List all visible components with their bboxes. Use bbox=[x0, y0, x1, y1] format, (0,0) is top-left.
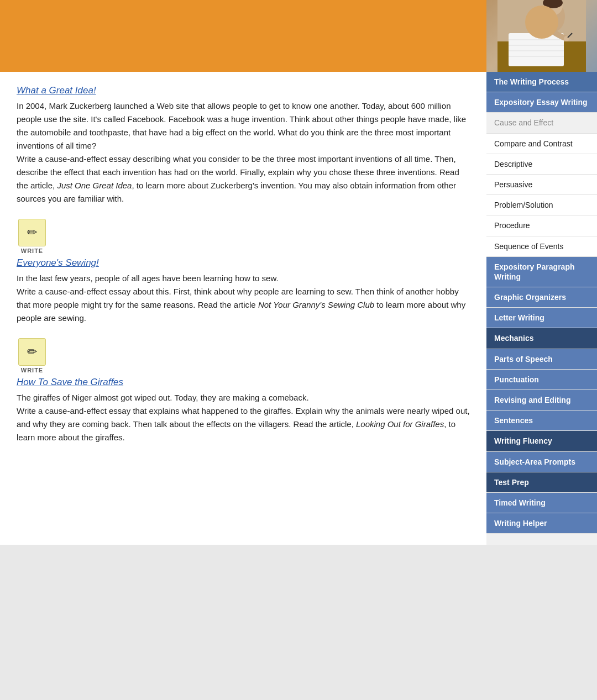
sidebar-item-test-prep[interactable]: Test Prep bbox=[486, 472, 597, 493]
sidebar-item-descriptive[interactable]: Descriptive bbox=[486, 154, 597, 175]
sidebar: The Writing ProcessExpository Essay Writ… bbox=[486, 72, 597, 545]
sidebar-item-expository-paragraph[interactable]: Expository Paragraph Writing bbox=[486, 257, 597, 287]
article-paragraph-great-idea-0: In 2004, Mark Zuckerberg launched a Web … bbox=[17, 99, 470, 152]
content-area: What a Great Idea!In 2004, Mark Zuckerbe… bbox=[0, 72, 486, 480]
article-block-great-idea: What a Great Idea!In 2004, Mark Zuckerbe… bbox=[17, 85, 470, 206]
sidebar-item-writing-helper[interactable]: Writing Helper bbox=[486, 513, 597, 534]
write-icon: ✏WRITE bbox=[17, 338, 48, 373]
article-paragraph-everyones-sewing-0: In the last few years, people of all age… bbox=[17, 272, 470, 285]
write-icon-label: WRITE bbox=[21, 248, 43, 254]
write-icon-label: WRITE bbox=[21, 367, 43, 373]
sidebar-item-subject-area-prompts[interactable]: Subject-Area Prompts bbox=[486, 452, 597, 472]
sidebar-item-problem-solution[interactable]: Problem/Solution bbox=[486, 195, 597, 215]
sidebar-item-letter-writing[interactable]: Letter Writing bbox=[486, 308, 597, 328]
article-paragraph-great-idea-1: Write a cause-and-effect essay describin… bbox=[17, 152, 470, 206]
sidebar-item-procedure[interactable]: Procedure bbox=[486, 215, 597, 236]
sidebar-item-timed-writing[interactable]: Timed Writing bbox=[486, 493, 597, 513]
sidebar-item-writing-process[interactable]: The Writing Process bbox=[486, 72, 597, 92]
write-icon-box: ✏ bbox=[18, 338, 46, 366]
page-wrapper: What a Great Idea!In 2004, Mark Zuckerbe… bbox=[0, 0, 597, 545]
sidebar-item-sequence-events[interactable]: Sequence of Events bbox=[486, 236, 597, 257]
sidebar-item-cause-effect[interactable]: Cause and Effect bbox=[486, 113, 597, 133]
article-paragraph-everyones-sewing-1: Write a cause-and-effect essay about thi… bbox=[17, 285, 470, 325]
article-title-everyones-sewing[interactable]: Everyone's Sewing! bbox=[17, 257, 99, 269]
article-title-great-idea[interactable]: What a Great Idea! bbox=[17, 85, 96, 96]
sidebar-item-writing-fluency[interactable]: Writing Fluency bbox=[486, 431, 597, 451]
write-icon-box: ✏ bbox=[18, 219, 46, 246]
sidebar-item-compare-contrast[interactable]: Compare and Contrast bbox=[486, 134, 597, 154]
sidebar-item-parts-of-speech[interactable]: Parts of Speech bbox=[486, 349, 597, 370]
sidebar-item-graphic-organizers[interactable]: Graphic Organizers bbox=[486, 287, 597, 308]
main-layout: What a Great Idea!In 2004, Mark Zuckerbe… bbox=[0, 72, 597, 545]
article-block-save-giraffes: ✏WRITEHow To Save the GiraffesThe giraff… bbox=[17, 338, 470, 444]
article-block-everyones-sewing: ✏WRITEEveryone's Sewing!In the last few … bbox=[17, 219, 470, 325]
sidebar-item-persuasive[interactable]: Persuasive bbox=[486, 175, 597, 195]
sidebar-item-punctuation[interactable]: Punctuation bbox=[486, 370, 597, 390]
sidebar-item-mechanics[interactable]: Mechanics bbox=[486, 328, 597, 349]
article-title-save-giraffes[interactable]: How To Save the Giraffes bbox=[17, 377, 123, 388]
header-image bbox=[486, 0, 597, 72]
write-icon: ✏WRITE bbox=[17, 219, 48, 254]
header-image-placeholder bbox=[486, 0, 597, 72]
sidebar-item-sentences[interactable]: Sentences bbox=[486, 410, 597, 431]
header-title-bar bbox=[0, 0, 486, 72]
article-paragraph-save-giraffes-1: Write a cause-and-effect essay that expl… bbox=[17, 404, 470, 444]
header bbox=[0, 0, 597, 72]
sidebar-item-revising-editing[interactable]: Revising and Editing bbox=[486, 390, 597, 410]
sidebar-item-expository-essay[interactable]: Expository Essay Writing bbox=[486, 92, 597, 113]
article-paragraph-save-giraffes-0: The giraffes of Niger almost got wiped o… bbox=[17, 391, 470, 404]
svg-rect-2 bbox=[509, 33, 564, 66]
